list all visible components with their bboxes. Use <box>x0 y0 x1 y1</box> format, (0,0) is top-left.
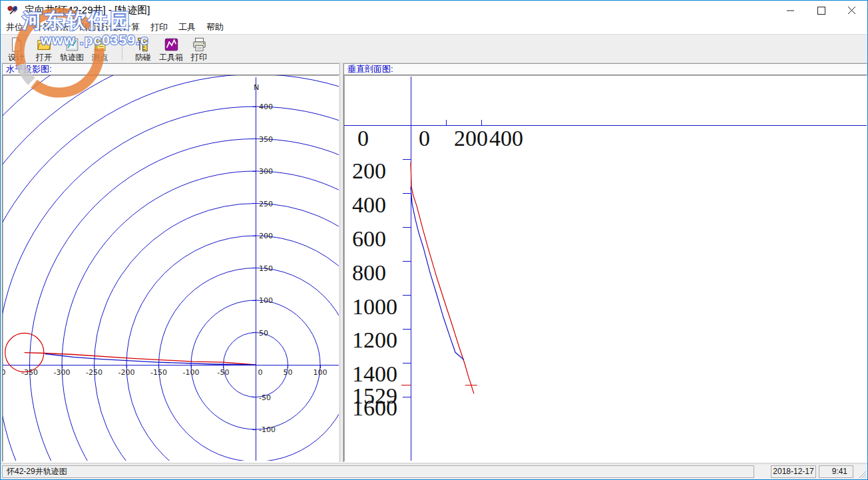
application-window: 定向井[怀42-29井] - [轨迹图] 井位 计算方法 剖面设计及计算 打印 … <box>0 0 868 480</box>
toolbox-button[interactable]: 工具箱 <box>157 35 185 63</box>
grid-circle <box>3 75 339 461</box>
window-controls <box>775 1 867 20</box>
horizontal-projection-panel: 水平投影图: N-400-350-300-250-200-150-100-500… <box>2 63 339 462</box>
open-folder-icon <box>36 37 53 53</box>
x-tick-label: 100 <box>314 368 327 377</box>
survey-points-button[interactable]: 测点 <box>86 35 114 63</box>
vertical-section-panel: 垂直剖面图: 020040002004006008001000120014001… <box>343 63 867 462</box>
grid-circle <box>3 107 339 461</box>
tool-label: 打印 <box>191 53 207 62</box>
x-tick-label: -200 <box>118 368 135 377</box>
resize-grip[interactable] <box>857 469 867 479</box>
y-tick-label: 350 <box>259 135 273 144</box>
tool-label: 轨迹图 <box>60 53 84 62</box>
printer-icon <box>191 37 208 53</box>
minimize-icon <box>787 7 795 15</box>
new-document-icon <box>8 37 25 53</box>
y-tick-label: 150 <box>259 264 273 273</box>
x-tick-label: -150 <box>150 368 167 377</box>
depth-origin-label: 0 <box>357 126 369 150</box>
design-button[interactable]: 设计 <box>2 35 30 63</box>
tool-label: 防碰 <box>135 53 151 62</box>
app-butterfly-icon <box>6 4 19 17</box>
main-area: 水平投影图: N-400-350-300-250-200-150-100-500… <box>1 63 867 463</box>
window-title: 定向井[怀42-29井] - [轨迹图] <box>25 4 150 17</box>
x-tick-label: -100 <box>183 368 200 377</box>
x-tick-label: -400 <box>3 368 5 377</box>
grid-circle <box>3 75 339 461</box>
horizontal-projection-chart-area: N-400-350-300-250-200-150-100-5005010040… <box>2 75 339 462</box>
maximize-icon <box>817 7 825 15</box>
x-tick-label: -50 <box>218 368 230 377</box>
open-button[interactable]: 打开 <box>30 35 58 63</box>
x-tick-label: -350 <box>21 368 38 377</box>
y-tick-label: 100 <box>259 296 273 305</box>
y-tick-label: 400 <box>259 103 273 111</box>
trajectory-chart-icon <box>64 37 81 53</box>
displacement-tick-label: 0 <box>419 126 430 150</box>
menu-item-help[interactable]: 帮助 <box>201 20 229 34</box>
status-message: 怀42-29井轨迹图 <box>2 465 754 478</box>
print-button[interactable]: 打印 <box>185 35 213 63</box>
status-time: 9:41 <box>819 465 853 478</box>
tool-label: 工具箱 <box>159 53 183 62</box>
y-tick-label: 300 <box>259 167 273 176</box>
menu-item-print[interactable]: 打印 <box>145 20 173 34</box>
vertical-section-chart-area: 0200400020040060080010001200140016001529 <box>343 75 867 462</box>
maximize-button[interactable] <box>806 1 837 20</box>
y-tick-label: 250 <box>259 200 273 208</box>
vertical-section-chart: 0200400020040060080010001200140016001529 <box>344 75 867 461</box>
tool-label: 设计 <box>8 53 24 62</box>
y-tick-label: -100 <box>259 425 276 434</box>
survey-points-icon <box>92 37 108 53</box>
depth-tick-label: 1400 <box>352 361 397 386</box>
horizontal-projection-chart: N-400-350-300-250-200-150-100-5005010040… <box>3 75 339 461</box>
status-bar: 怀42-29井轨迹图 2018-12-17 9:41 <box>1 463 867 479</box>
displacement-tick-label: 200 <box>454 126 488 150</box>
anti-collision-ruler-icon <box>135 37 152 53</box>
grid-circle <box>3 75 339 461</box>
y-tick-label: 200 <box>259 232 273 240</box>
displacement-tick-label: 400 <box>489 126 523 150</box>
x-tick-label: -250 <box>86 368 103 377</box>
status-date: 2018-12-17 <box>771 465 816 478</box>
depth-tick-label: 1200 <box>352 328 397 352</box>
toolbar: 设计 打开 轨迹图 <box>1 34 867 63</box>
x-tick-label: 50 <box>284 368 293 377</box>
anti-collision-button[interactable]: 防碰 <box>129 35 157 63</box>
design-profile-line <box>411 162 474 394</box>
x-tick-label: 0 <box>258 368 263 377</box>
minimize-button[interactable] <box>775 1 806 20</box>
y-tick-label: -50 <box>259 393 271 402</box>
menu-item-well-position[interactable]: 井位 <box>1 20 29 34</box>
tool-label: 测点 <box>92 53 108 62</box>
depth-tick-label: 1000 <box>352 294 397 319</box>
depth-tick-label: 400 <box>352 192 386 217</box>
x-tick-label: -300 <box>54 368 71 377</box>
menu-item-profile-design[interactable]: 剖面设计及计算 <box>74 20 145 34</box>
north-axis-label: N <box>254 83 259 92</box>
depth-tick-label: 600 <box>352 226 386 251</box>
menu-bar: 井位 计算方法 剖面设计及计算 打印 工具 帮助 <box>1 20 867 34</box>
title-bar: 定向井[怀42-29井] - [轨迹图] <box>1 1 867 20</box>
depth-tick-label: 200 <box>352 158 386 183</box>
y-tick-label: 50 <box>259 329 268 338</box>
toolbar-separator <box>122 37 122 61</box>
depth-tick-label: 800 <box>352 260 386 285</box>
grid-circle <box>126 236 339 461</box>
menu-item-tools[interactable]: 工具 <box>173 20 201 34</box>
vertical-section-title: 垂直剖面图: <box>343 63 867 75</box>
menu-item-calculation-method[interactable]: 计算方法 <box>29 20 74 34</box>
close-icon <box>848 7 856 15</box>
toolbox-chart-icon <box>163 37 180 53</box>
target-depth-label: 1529 <box>352 383 397 408</box>
tool-label: 打开 <box>36 53 52 62</box>
close-button[interactable] <box>837 1 867 20</box>
horizontal-projection-title: 水平投影图: <box>2 63 339 75</box>
design-trajectory-line <box>25 353 256 365</box>
trajectory-chart-button[interactable]: 轨迹图 <box>58 35 86 63</box>
